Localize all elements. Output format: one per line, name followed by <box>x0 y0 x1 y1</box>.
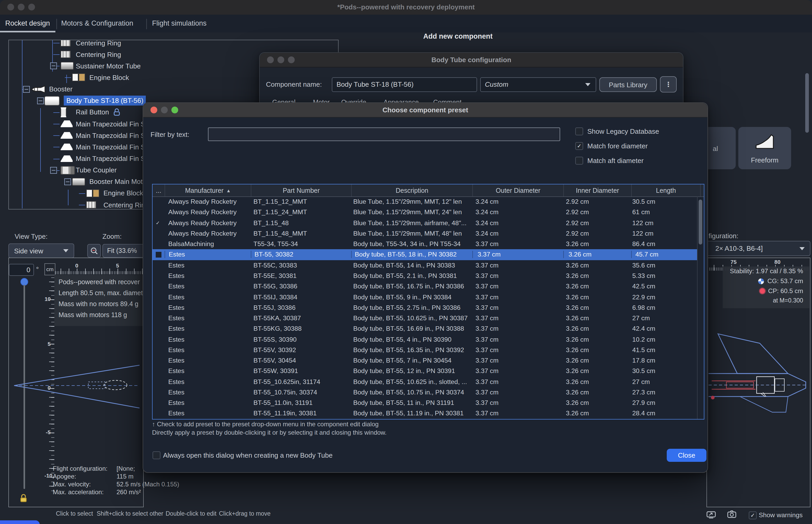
table-scrollbar-thumb[interactable] <box>699 200 702 245</box>
table-row[interactable]: Always Ready RocketryBT_1.15_12_MMTBlue … <box>152 196 697 207</box>
collapse-toggle-icon[interactable] <box>50 167 57 174</box>
flight-configuration-select[interactable]: 2× A10-3, B6-4] <box>705 241 810 256</box>
table-row[interactable]: EstesBT-55_10.75in, 30374Body tube, BT-5… <box>152 387 697 398</box>
row-checkbox[interactable] <box>156 315 161 321</box>
table-row[interactable]: EstesBT-55_10.625in, 31174Body tube, BT-… <box>152 376 697 387</box>
collapse-toggle-icon[interactable] <box>64 178 71 185</box>
row-checkbox[interactable] <box>156 400 161 406</box>
window-title: *Pods--powered with recovery deployment <box>0 3 812 11</box>
preset-select[interactable]: Custom <box>480 77 596 92</box>
option-checkbox[interactable] <box>575 157 583 164</box>
row-checkbox[interactable] <box>156 368 161 374</box>
parts-library-button[interactable]: Parts Library <box>599 77 657 92</box>
filter-input[interactable] <box>208 128 560 141</box>
table-row[interactable]: EstesBT-55KG, 30388Body tube, BT-55, 16.… <box>152 323 697 334</box>
row-checkbox[interactable] <box>156 390 161 395</box>
row-checkbox[interactable] <box>156 241 161 247</box>
row-checkbox[interactable] <box>156 379 161 384</box>
filter-option[interactable]: ✓Match fore diameter <box>575 142 648 150</box>
table-row[interactable]: EstesBT-55, 30382Body tube, BT-55, 18 in… <box>152 249 697 260</box>
column-header[interactable]: ... <box>152 184 165 196</box>
row-checkbox-cell <box>152 252 165 258</box>
row-checkbox[interactable]: ✓ <box>156 220 161 226</box>
option-checkbox[interactable] <box>575 127 583 135</box>
table-row[interactable]: EstesBT-55S, 30390Body tube, BT-55, 4 in… <box>152 334 697 345</box>
component-name-input[interactable]: Body Tube ST-18 (BT-56) <box>332 77 477 92</box>
table-cell: 3.37 cm <box>471 378 561 385</box>
photo-studio-button[interactable] <box>727 510 737 519</box>
table-scrollbar[interactable] <box>697 196 704 419</box>
tree-item-label: Engine Block <box>103 187 143 199</box>
row-checkbox[interactable] <box>156 358 161 363</box>
filter-option[interactable]: Show Legacy Database <box>575 127 659 135</box>
column-header[interactable]: Description <box>352 184 473 196</box>
table-row[interactable]: EstesBT-55G, 30386Body tube, BT-55, 16.7… <box>152 281 697 292</box>
table-row[interactable]: EstesBT-55_11.0in, 31191Body tube, BT-55… <box>152 397 697 408</box>
panel-scrollbar-thumb[interactable] <box>805 73 809 133</box>
rocket-view-right[interactable]: 75 80 Stability: 1.97 cal / 8.35 % CG: 5… <box>707 258 810 507</box>
flight-stat-label: Max. velocity: <box>53 481 116 488</box>
table-row[interactable]: BalsaMachiningT55-34, T55-34Body tube, T… <box>152 239 697 249</box>
column-header[interactable]: Manufacturer▲ <box>165 184 251 196</box>
column-header[interactable]: Part Number <box>251 184 352 196</box>
table-cell: Always Ready Rocketry <box>165 198 250 205</box>
lock-icon <box>113 109 120 116</box>
option-checkbox[interactable]: ✓ <box>575 142 583 150</box>
row-checkbox[interactable] <box>156 262 161 268</box>
row-checkbox[interactable] <box>156 231 161 236</box>
row-checkbox[interactable] <box>156 199 161 204</box>
tab-rocket-design[interactable]: Rocket design <box>5 19 50 27</box>
column-header[interactable]: Outer Diameter <box>473 184 564 196</box>
table-row[interactable]: EstesBT-55_11.19in, 30381Body tube, BT-5… <box>152 408 697 419</box>
collapse-toggle-icon[interactable] <box>37 97 44 104</box>
column-header[interactable]: Inner Diameter <box>564 184 632 196</box>
table-row[interactable]: EstesBT-55J, 30386Body tube, BT-55, 2.75… <box>152 302 697 313</box>
row-checkbox[interactable] <box>156 347 161 353</box>
column-header[interactable]: Length <box>632 184 701 196</box>
table-cell: 3.26 cm <box>561 314 629 322</box>
table-cell: Estes <box>165 251 251 258</box>
collapse-toggle-icon[interactable] <box>23 86 30 93</box>
table-cell: BT-55W, 30391 <box>250 367 350 375</box>
view-type-select[interactable]: Side view <box>9 243 74 258</box>
export-view-button[interactable] <box>707 510 717 519</box>
tree-item-text: Centering Rin <box>103 201 145 209</box>
collapse-toggle-icon[interactable] <box>50 63 57 69</box>
freeform-fin-button[interactable]: Freeform <box>738 127 791 169</box>
row-checkbox[interactable] <box>156 284 161 290</box>
always-open-checkbox[interactable] <box>152 452 160 459</box>
table-row[interactable]: EstesBT-55V, 30454Body tube, BT-55, 7 in… <box>152 355 697 366</box>
row-checkbox[interactable] <box>156 411 161 416</box>
tab-motors-configuration[interactable]: Motors & Configuration <box>61 19 133 27</box>
row-checkbox[interactable] <box>156 252 161 258</box>
table-row[interactable]: EstesBT-55W, 30391Body tube, BT-55, 12 i… <box>152 366 697 377</box>
table-row[interactable]: Always Ready RocketryBT_1.15_24_MMTBlue … <box>152 207 697 218</box>
zoom-out-button[interactable] <box>87 244 101 258</box>
row-checkbox[interactable] <box>156 337 161 342</box>
row-checkbox[interactable] <box>156 294 161 300</box>
row-checkbox[interactable] <box>156 273 161 279</box>
rotation-input[interactable]: 0 <box>9 264 34 276</box>
rocket-view-left[interactable]: 0 ° cm 0 5 1050-5-10 Pods--powered with … <box>9 258 144 507</box>
table-row[interactable]: EstesBT-55KA, 30387Body tube, BT-55, 10.… <box>152 313 697 324</box>
table-cell: 5.33 cm <box>629 272 697 279</box>
overflow-menu-button[interactable]: ⋮ <box>660 76 677 93</box>
table-row[interactable]: EstesBT-55E, 30381Body tube, BT-55, 2.1 … <box>152 271 697 281</box>
tab-flight-simulations[interactable]: Flight simulations <box>152 19 207 27</box>
centering-ring-icon <box>61 51 70 58</box>
flight-stat-label: Max. acceleration: <box>53 489 116 496</box>
table-row[interactable]: EstesBT-55IJ, 30384Body tube, BT-55, 9 i… <box>152 292 697 302</box>
table-row[interactable]: ✓Always Ready RocketryBT_1.15_48Blue Tub… <box>152 217 697 228</box>
row-checkbox[interactable] <box>156 210 161 215</box>
row-checkbox[interactable] <box>156 305 161 311</box>
filter-option[interactable]: Match aft diameter <box>575 156 644 165</box>
table-row[interactable]: Always Ready RocketryBT_1.15_48_MMTBlue … <box>152 228 697 239</box>
tree-item[interactable]: Centering Ring <box>9 40 338 49</box>
always-open-label: Always open this dialog when creating a … <box>163 452 332 459</box>
table-row[interactable]: EstesBT-55V, 30392Body tube, BT-55, 16.3… <box>152 345 697 355</box>
row-checkbox[interactable] <box>156 326 161 332</box>
close-button[interactable]: Close <box>667 449 707 462</box>
table-row[interactable]: EstesBT-55C, 30383Body tube, BT-55, 14 i… <box>152 260 697 271</box>
show-warnings-checkbox[interactable]: ✓ <box>749 511 757 519</box>
lock-icon[interactable] <box>19 494 28 503</box>
